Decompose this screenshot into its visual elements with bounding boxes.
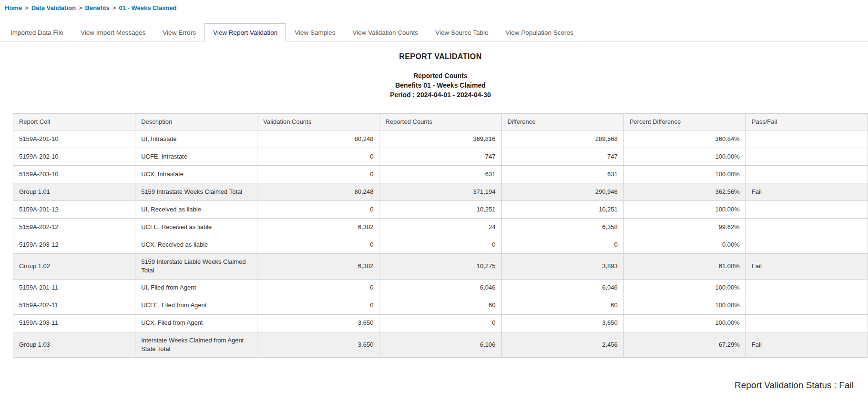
tab-view-validation-counts[interactable]: View Validation Counts [344, 23, 427, 41]
cell-report-cell: Group 1.03 [13, 332, 135, 357]
report-subtitle-line: Reported Counts [13, 71, 868, 80]
cell-description: UCFE, Received as liable [135, 219, 257, 236]
tab-view-population-scores[interactable]: View Population Scores [497, 23, 582, 41]
cell-difference: 290,946 [501, 183, 623, 201]
cell-description: UCFE, Intrastate [135, 148, 257, 166]
table-row: 5159A-202-12UCFE, Received as liable6,38… [13, 219, 868, 236]
column-header-reported-counts: Reported Counts [379, 114, 501, 130]
cell-report-cell: 5159A-203-12 [13, 236, 135, 254]
breadcrumb-link-benefits[interactable]: Benefits [85, 4, 110, 11]
cell-validation-counts: 0 [257, 236, 379, 254]
cell-difference: 747 [501, 148, 623, 166]
breadcrumb-separator: > [79, 4, 82, 11]
breadcrumb-separator: > [112, 4, 116, 11]
table-row: 5159A-202-10UCFE, Intrastate0747747100.0… [13, 148, 868, 166]
cell-report-cell: 5159A-203-11 [13, 314, 135, 332]
cell-description: UCX, Filed from Agent [135, 314, 257, 332]
cell-validation-counts: 0 [257, 148, 379, 166]
report-subtitle-line: Period : 2024-04-01 - 2024-04-30 [13, 90, 868, 100]
tab-view-errors[interactable]: View Errors [154, 23, 204, 41]
cell-pass-fail: Fail [745, 332, 868, 357]
table-row: 5159A-203-12UCX, Received as liable0000.… [13, 236, 868, 254]
column-header-validation-counts: Validation Counts [257, 114, 379, 130]
tab-imported-data-file[interactable]: Imported Data File [2, 23, 72, 41]
cell-pass-fail [745, 166, 868, 183]
breadcrumb-link-01-weeks-claimed[interactable]: 01 - Weeks Claimed [119, 4, 176, 11]
cell-reported-counts: 10,251 [379, 201, 501, 219]
table-row: 5159A-202-11UCFE, Filed from Agent060601… [13, 297, 868, 314]
tab-view-source-table[interactable]: View Source Table [427, 23, 497, 41]
report-validation-table: Report CellDescriptionValidation CountsR… [13, 113, 868, 358]
column-header-description: Description [135, 114, 257, 130]
cell-percent-difference: 100.00% [623, 148, 745, 166]
cell-reported-counts: 24 [379, 219, 501, 236]
cell-percent-difference: 67.29% [623, 332, 745, 357]
table-row: 5159A-201-11UI, Filed from Agent06,0466,… [13, 279, 868, 297]
cell-report-cell: 5159A-202-10 [13, 148, 135, 166]
tab-view-import-messages[interactable]: View Import Messages [72, 23, 154, 41]
cell-description: 5159 Interstate Liable Weeks Claimed Tot… [135, 254, 257, 279]
cell-reported-counts: 6,106 [379, 332, 501, 357]
cell-description: 5159 Intrastate Weeks Claimed Total [135, 183, 257, 201]
cell-description: UCFE, Filed from Agent [135, 297, 257, 314]
cell-reported-counts: 371,194 [379, 183, 501, 201]
table-row: 5159A-201-12UI, Received as liable010,25… [13, 201, 868, 219]
cell-pass-fail [745, 148, 868, 166]
group-total-row: Group 1.025159 Interstate Liable Weeks C… [13, 254, 868, 279]
column-header-pass-fail: Pass/Fail [745, 114, 868, 130]
cell-percent-difference: 362.56% [623, 183, 745, 201]
cell-reported-counts: 0 [379, 314, 501, 332]
cell-difference: 2,456 [501, 332, 623, 357]
cell-difference: 10,251 [501, 201, 623, 219]
breadcrumb-link-data-validation[interactable]: Data Validation [31, 4, 76, 11]
cell-reported-counts: 631 [379, 166, 501, 183]
tab-view-report-validation[interactable]: View Report Validation [204, 23, 286, 41]
group-total-row: Group 1.03Interstate Weeks Claimed from … [13, 332, 868, 357]
page-title: REPORT VALIDATION [13, 52, 868, 61]
cell-pass-fail [745, 236, 868, 254]
cell-description: UI, Filed from Agent [135, 279, 257, 297]
cell-difference: 6,358 [501, 219, 623, 236]
group-total-row: Group 1.015159 Intrastate Weeks Claimed … [13, 183, 868, 201]
cell-report-cell: Group 1.02 [13, 254, 135, 279]
cell-report-cell: 5159A-201-12 [13, 201, 135, 219]
cell-percent-difference: 100.00% [623, 201, 745, 219]
cell-pass-fail [745, 219, 868, 236]
cell-description: Interstate Weeks Claimed from Agent Stat… [135, 332, 257, 357]
cell-validation-counts: 6,382 [257, 254, 379, 279]
cell-validation-counts: 3,650 [257, 314, 379, 332]
cell-percent-difference: 360.84% [623, 130, 745, 148]
table-header-row: Report CellDescriptionValidation CountsR… [13, 114, 868, 130]
cell-difference: 6,046 [501, 279, 623, 297]
cell-validation-counts: 0 [257, 297, 379, 314]
cell-percent-difference: 99.62% [623, 219, 745, 236]
table-row: 5159A-203-11UCX, Filed from Agent3,65003… [13, 314, 868, 332]
cell-difference: 60 [501, 297, 623, 314]
cell-percent-difference: 100.00% [623, 297, 745, 314]
table-row: 5159A-203-10UCX, Intrastate0631631100.00… [13, 166, 868, 183]
cell-reported-counts: 60 [379, 297, 501, 314]
cell-reported-counts: 369,816 [379, 130, 501, 148]
tab-bar: Imported Data FileView Import MessagesVi… [0, 23, 868, 41]
cell-report-cell: 5159A-202-11 [13, 297, 135, 314]
cell-validation-counts: 0 [257, 279, 379, 297]
cell-report-cell: 5159A-201-10 [13, 130, 135, 148]
cell-pass-fail [745, 314, 868, 332]
cell-pass-fail: Fail [745, 183, 868, 201]
cell-description: UI, Intrastate [135, 130, 257, 148]
cell-reported-counts: 10,275 [379, 254, 501, 279]
cell-description: UCX, Intrastate [135, 166, 257, 183]
cell-validation-counts: 0 [257, 166, 379, 183]
breadcrumb: Home>Data Validation>Benefits>01 - Weeks… [0, 0, 868, 11]
cell-percent-difference: 61.00% [623, 254, 745, 279]
report-subtitle: Reported CountsBenefits 01 - Weeks Claim… [13, 71, 868, 100]
table-row: 5159A-201-10UI, Intrastate80,248369,8162… [13, 130, 868, 148]
cell-difference: 631 [501, 166, 623, 183]
cell-validation-counts: 6,382 [257, 219, 379, 236]
cell-description: UCX, Received as liable [135, 236, 257, 254]
cell-percent-difference: 100.00% [623, 279, 745, 297]
cell-pass-fail [745, 279, 868, 297]
tab-view-samples[interactable]: View Samples [286, 23, 344, 41]
column-header-report-cell: Report Cell [13, 114, 135, 130]
breadcrumb-link-home[interactable]: Home [5, 4, 22, 11]
